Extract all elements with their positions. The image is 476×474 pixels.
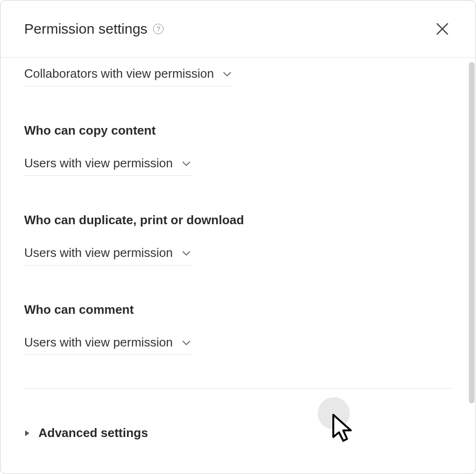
copy-content-select[interactable]: Users with view permission <box>24 153 191 176</box>
close-button[interactable] <box>433 19 452 38</box>
comment-label: Who can comment <box>24 302 452 317</box>
close-icon <box>435 22 449 36</box>
copy-content-label: Who can copy content <box>24 123 452 138</box>
modal-title: Permission settings <box>24 21 147 37</box>
duplicate-label: Who can duplicate, print or download <box>24 213 452 228</box>
modal-content: Collaborators with view permission Who c… <box>0 58 476 465</box>
scrollbar-thumb[interactable] <box>469 62 475 403</box>
comment-select[interactable]: Users with view permission <box>24 332 191 355</box>
collaborators-select[interactable]: Collaborators with view permission <box>24 64 232 86</box>
advanced-settings-label: Advanced settings <box>38 426 148 440</box>
comment-select-value: Users with view permission <box>24 335 173 350</box>
modal-header: Permission settings ? <box>0 0 476 58</box>
permission-settings-modal: Permission settings ? Collaborators with… <box>0 0 476 474</box>
chevron-down-icon <box>222 71 232 77</box>
chevron-down-icon <box>182 161 191 166</box>
triangle-right-icon <box>24 430 30 437</box>
header-title-wrap: Permission settings ? <box>24 21 164 37</box>
help-icon[interactable]: ? <box>153 24 164 34</box>
copy-content-section: Who can copy content Users with view per… <box>24 123 452 176</box>
duplicate-select-value: Users with view permission <box>24 246 173 260</box>
collaborators-select-value: Collaborators with view permission <box>24 66 214 81</box>
duplicate-section: Who can duplicate, print or download Use… <box>24 213 452 265</box>
advanced-settings-toggle[interactable]: Advanced settings <box>24 426 452 440</box>
svg-marker-2 <box>25 430 29 436</box>
collaborators-select-row: Collaborators with view permission <box>24 64 452 86</box>
duplicate-select[interactable]: Users with view permission <box>24 243 191 265</box>
copy-content-select-value: Users with view permission <box>24 156 173 171</box>
chevron-down-icon <box>182 250 191 256</box>
chevron-down-icon <box>182 340 191 346</box>
section-divider <box>24 388 452 389</box>
comment-section: Who can comment Users with view permissi… <box>24 302 452 355</box>
